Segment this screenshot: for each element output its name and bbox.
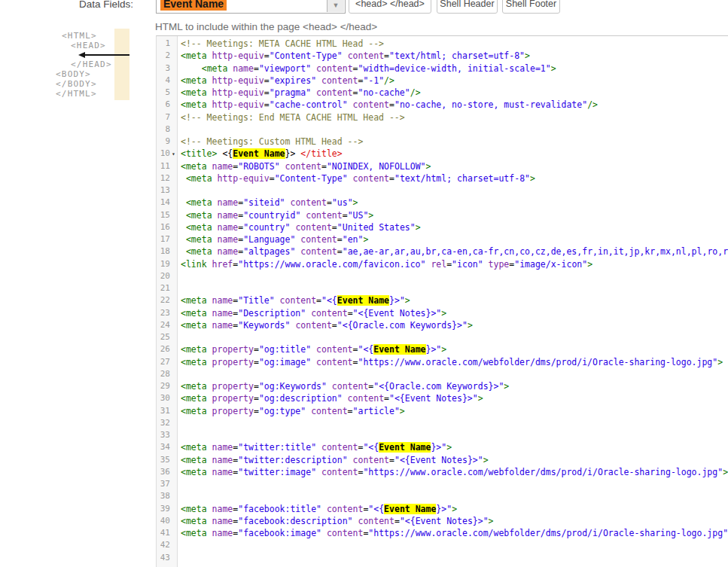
code-line[interactable] [181,552,728,564]
diagram-tag-label: </BODY> [56,79,97,89]
selected-field-value: Event Name [160,0,227,11]
line-number: 24 [157,319,177,331]
code-line[interactable]: <meta http-equiv="Content-Type" content=… [181,50,728,62]
diagram-tag-label: <HEAD> [71,41,106,50]
shell-header-button[interactable]: Shell Header [437,0,498,14]
code-line[interactable]: <!-- Meetings: Custom HTML Head --> [181,136,728,148]
code-editor[interactable]: 12345678910▾1112131415161718192021222324… [156,35,728,567]
code-area[interactable]: <!-- Meetings: META CACHE HTML Head --><… [178,36,728,567]
line-number: 6 [157,99,177,111]
code-line[interactable]: <!-- Meetings: META CACHE HTML Head --> [181,38,728,50]
diagram-tag-label: <BODY> [56,69,91,79]
code-line[interactable]: <meta name="siteid" content="us"> [181,197,728,209]
line-number: 33 [157,429,177,441]
line-number: 34 [157,441,177,453]
line-number: 25 [157,331,177,343]
code-line[interactable]: <meta property="og:title" content="<{Eve… [181,343,728,355]
code-line[interactable]: <!-- Meetings: End META CACHE HTML Head … [181,111,728,123]
line-number: 10▾ [157,148,177,160]
code-line[interactable]: <meta name="viewport" content="width=dev… [181,62,728,75]
event-html-head-editor-screen: Data Fields: Event Name ▼ <head> </head>… [0,0,728,567]
line-number-gutter: 12345678910▾1112131415161718192021222324… [157,36,178,567]
section-subtitle: HTML to include within the page <head> <… [155,21,377,32]
fold-toggle-icon[interactable]: ▾ [172,151,175,157]
code-line[interactable] [181,368,728,380]
line-number: 37 [157,478,177,490]
line-number: 9 [157,136,177,148]
code-line[interactable]: <meta name="Title" content="<{Event Name… [181,294,728,306]
code-line[interactable]: <meta http-equiv="cache-control" content… [181,99,728,111]
line-number: 39 [157,503,177,515]
line-number: 26 [157,343,177,355]
code-line[interactable]: <meta name="facebook:title" content="<{E… [181,503,728,515]
code-line[interactable]: <meta http-equiv="expires" content="-1"/… [181,75,728,87]
code-line[interactable]: <meta property="og:image" content="https… [181,356,728,368]
line-number: 32 [157,417,177,429]
line-number: 28 [157,368,177,380]
chevron-down-icon[interactable]: ▼ [327,0,344,12]
code-line[interactable]: <link href="https://www.oracle.com/favic… [181,258,728,270]
line-number: 30 [157,392,177,404]
line-number: 17 [157,233,177,245]
head-region-bar [114,29,129,100]
code-line[interactable]: <meta name="countryid" content="US"> [181,209,728,221]
line-number: 14 [157,197,177,209]
code-line[interactable] [181,123,728,136]
code-line[interactable]: <meta name="country" content="United Sta… [181,221,728,233]
line-number: 7 [157,111,177,123]
code-line[interactable]: <meta name="Language" content="en"> [181,233,728,245]
line-number: 27 [157,356,177,368]
line-number: 43 [157,552,177,564]
line-number: 12 [157,172,177,184]
line-number: 22 [157,294,177,306]
code-line[interactable] [181,429,728,441]
code-line[interactable] [181,539,728,551]
data-fields-select[interactable]: Event Name ▼ [156,0,346,14]
line-number: 16 [157,221,177,233]
code-line[interactable]: <meta name="ROBOTS" content="NOINDEX, NO… [181,160,728,172]
insert-head-tags-button[interactable]: <head> </head> [349,0,431,14]
code-line[interactable]: <title> <{Event Name}> </title> [181,148,728,160]
line-number: 31 [157,405,177,417]
line-number: 42 [157,539,177,551]
line-number: 41 [157,527,177,539]
line-number: 21 [157,282,177,294]
line-number: 40 [157,515,177,527]
insertion-point-arrow-icon [85,54,129,56]
code-line[interactable]: <meta name="twitter:image" content="http… [181,466,728,478]
code-line[interactable] [181,282,728,294]
code-line[interactable] [181,270,728,282]
code-line[interactable]: <meta property="og:description" content=… [181,392,728,404]
line-number: 35 [157,454,177,466]
code-line[interactable]: <meta property="og:type" content="articl… [181,405,728,417]
code-line[interactable]: <meta http-equiv="pragma" content="no-ca… [181,87,728,99]
code-line[interactable]: <meta property="og:Keywords" content="<{… [181,380,728,392]
line-number: 2 [157,50,177,62]
code-line[interactable]: <meta name="twitter:description" content… [181,454,728,466]
code-line[interactable]: <meta name="twitter:title" content="<{Ev… [181,441,728,453]
shell-footer-button[interactable]: Shell Footer [502,0,560,14]
code-line[interactable]: <meta name="Description" content="<{Even… [181,307,728,319]
code-line[interactable] [181,331,728,343]
line-number: 20 [157,270,177,282]
code-line[interactable]: <meta name="facebook:image" content="htt… [181,527,728,539]
code-line[interactable]: <meta http-equiv="Content-Type" content=… [181,172,728,184]
code-line[interactable] [181,184,728,197]
line-number: 19 [157,258,177,270]
code-line[interactable]: <meta name="Keywords" content="<{Oracle.… [181,319,728,331]
line-number: 3 [157,62,177,75]
line-number: 38 [157,490,177,502]
code-line[interactable] [181,490,728,502]
code-line[interactable]: <meta name="altpages" content="ae,ae-ar,… [181,245,728,258]
line-number: 15 [157,209,177,221]
code-line[interactable] [181,417,728,429]
diagram-tag-label: </HEAD> [71,59,112,69]
code-line[interactable]: <meta name="facebook:description" conten… [181,515,728,527]
line-number: 8 [157,123,177,136]
line-number: 18 [157,245,177,258]
line-number: 29 [157,380,177,392]
line-number: 11 [157,160,177,172]
html-structure-diagram: <HTML><HEAD></HEAD><BODY></BODY></HTML> [0,0,154,151]
line-number: 4 [157,75,177,87]
code-line[interactable] [181,478,728,490]
